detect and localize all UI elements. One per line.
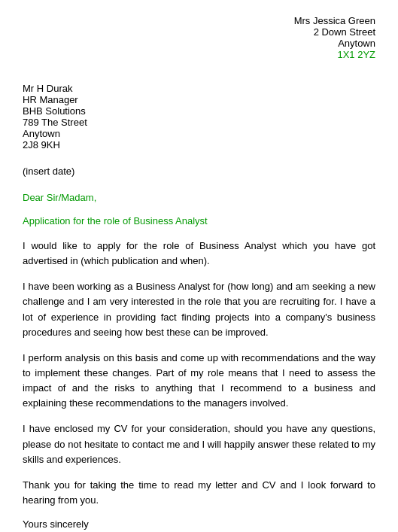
salutation: Dear Sir/Madam, — [23, 192, 375, 203]
recipient-address: 789 The Street — [23, 117, 375, 128]
closing: Yours sincerely — [23, 518, 375, 530]
recipient-title: HR Manager — [23, 94, 375, 105]
recipient-block: Mr H Durak HR Manager BHB Solutions 789 … — [23, 83, 375, 150]
recipient-postcode: 2J8 9KH — [23, 139, 375, 150]
recipient-town: Anytown — [23, 128, 375, 139]
sender-postcode: 1X1 2YZ — [23, 49, 375, 60]
paragraph-3: I perform analysis on this basis and com… — [23, 351, 375, 412]
paragraph-1: I would like to apply for the role of Bu… — [23, 239, 375, 269]
date-line: (insert date) — [23, 166, 375, 177]
sender-line2: Anytown — [23, 38, 375, 49]
recipient-company: BHB Solutions — [23, 105, 375, 117]
paragraph-2: I have been working as a Business Analys… — [23, 279, 375, 340]
subject-line: Application for the role of Business Ana… — [23, 215, 375, 226]
paragraph-4: I have enclosed my CV for your considera… — [23, 421, 375, 467]
sender-name: Mrs Jessica Green — [23, 15, 375, 26]
recipient-name: Mr H Durak — [23, 83, 375, 94]
sender-address: Mrs Jessica Green 2 Down Street Anytown … — [23, 15, 375, 60]
sender-line1: 2 Down Street — [23, 26, 375, 38]
paragraph-5: Thank you for taking the time to read my… — [23, 478, 375, 508]
